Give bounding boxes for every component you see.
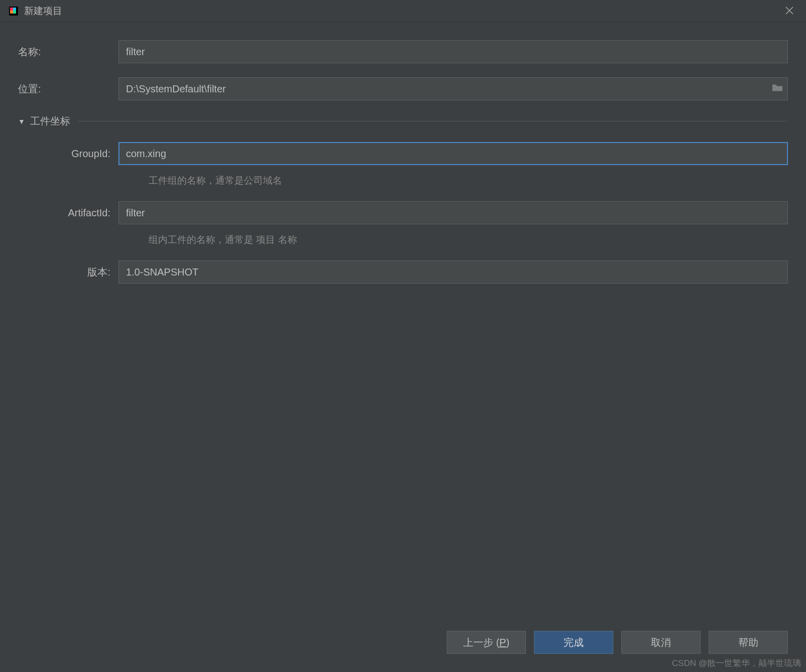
input-wrap-artifactid: [118, 201, 788, 224]
chevron-down-icon: ▼: [18, 117, 25, 125]
input-wrap-location: [118, 77, 788, 100]
folder-icon[interactable]: [772, 83, 783, 95]
row-location: 位置:: [18, 77, 788, 100]
row-artifactid: ArtifactId:: [18, 201, 788, 224]
svg-rect-4: [13, 11, 16, 14]
label-name: 名称:: [18, 45, 118, 59]
label-artifactid: ArtifactId:: [48, 207, 118, 219]
groupid-input[interactable]: [118, 142, 788, 165]
titlebar: 新建项目: [0, 0, 806, 22]
name-input[interactable]: [118, 40, 788, 63]
finish-button[interactable]: 完成: [534, 631, 613, 654]
previous-button-prefix: 上一步 (: [463, 636, 499, 649]
svg-rect-3: [10, 11, 13, 14]
location-input[interactable]: [118, 77, 788, 100]
label-version: 版本:: [48, 265, 118, 279]
row-name: 名称:: [18, 40, 788, 63]
svg-rect-2: [13, 8, 16, 11]
close-icon[interactable]: [781, 3, 798, 19]
cancel-button[interactable]: 取消: [621, 631, 701, 654]
previous-button-suffix: ): [506, 637, 509, 648]
section-divider: [78, 121, 788, 121]
previous-button-mnemonic: P: [499, 637, 506, 648]
watermark-text: CSDN @散一世繁华，颠半世琉璃: [672, 657, 801, 669]
hint-artifactid: 组内工件的名称，通常是 项目 名称: [149, 233, 788, 246]
row-version: 版本:: [18, 260, 788, 284]
form-content: 名称: 位置: ▼ 工件坐标 GroupId: 工件组的名称，通常是公司域名 A…: [0, 22, 806, 284]
artifactid-input[interactable]: [118, 201, 788, 224]
row-groupid: GroupId:: [18, 142, 788, 165]
svg-rect-1: [10, 8, 13, 11]
input-wrap-name: [118, 40, 788, 63]
section-artifact-coords[interactable]: ▼ 工件坐标: [18, 114, 788, 128]
version-input[interactable]: [118, 260, 788, 284]
section-title: 工件坐标: [30, 114, 70, 128]
input-wrap-groupid: [118, 142, 788, 165]
dialog-buttons: 上一步 (P) 完成 取消 帮助: [447, 631, 788, 654]
hint-groupid: 工件组的名称，通常是公司域名: [149, 174, 788, 187]
label-groupid: GroupId:: [48, 148, 118, 160]
window-title: 新建项目: [24, 5, 781, 18]
help-button[interactable]: 帮助: [709, 631, 788, 654]
previous-button[interactable]: 上一步 (P): [447, 631, 526, 654]
label-location: 位置:: [18, 82, 118, 96]
input-wrap-version: [118, 260, 788, 284]
app-icon: [8, 6, 19, 17]
